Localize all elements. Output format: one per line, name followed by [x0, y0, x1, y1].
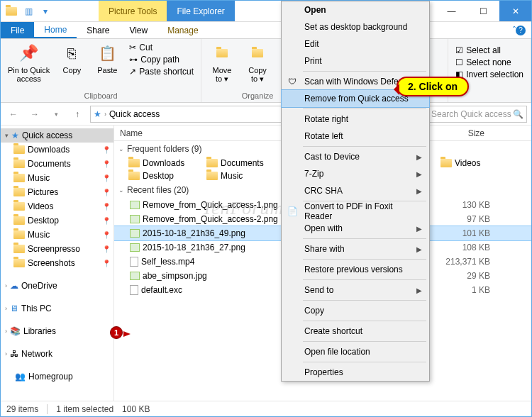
network-icon: 🖧 [10, 349, 18, 359]
sidebar-item[interactable]: Videos📍 [1, 199, 113, 213]
folder-icon [13, 202, 25, 211]
move-icon [211, 42, 233, 65]
folder-icon [13, 230, 25, 239]
pdf-icon: 📄 [286, 205, 299, 218]
pin-icon: 📍 [102, 146, 111, 154]
context-menu-item[interactable]: Send to▶ [282, 282, 429, 299]
maximize-button[interactable]: ☐ [467, 1, 499, 21]
context-menu-item[interactable]: Create shortcut [282, 323, 429, 340]
nav-onedrive[interactable]: ›☁OneDrive [1, 279, 113, 293]
select-all-icon: ☑ [455, 45, 463, 55]
tab-manage[interactable]: Manage [157, 22, 208, 38]
nav-this-pc[interactable]: ›🖥This PC [1, 301, 113, 316]
forward-button[interactable]: → [26, 106, 43, 123]
column-size[interactable]: Size [440, 128, 490, 138]
context-menu-item[interactable]: 📄Convert to PDF in Foxit Reader [282, 203, 429, 220]
copy-to-button[interactable]: Copy to ▾ [241, 40, 274, 84]
context-menu-item[interactable]: Copy [282, 302, 429, 319]
ribbon-collapse-button[interactable]: ˆ ? [507, 22, 531, 38]
status-selection: 1 item selected [56, 404, 113, 414]
context-menu-item[interactable]: Print [282, 52, 429, 70]
pin-icon: 📍 [102, 231, 111, 239]
context-menu-item[interactable]: Rotate right [282, 111, 429, 128]
back-button[interactable]: ← [5, 106, 22, 123]
sidebar-item[interactable]: Pictures📍 [1, 185, 113, 199]
nav-network[interactable]: ›🖧Network [1, 347, 113, 361]
paste-shortcut-button[interactable]: ↗Paste shortcut [126, 66, 196, 77]
folder-item[interactable]: Downloads [127, 157, 205, 169]
tab-share[interactable]: Share [77, 22, 119, 38]
folder-item[interactable]: Videos [439, 157, 517, 169]
qat-properties-icon[interactable]: ▥ [21, 4, 36, 19]
context-menu-item[interactable]: Open [282, 1, 429, 18]
context-menu-item[interactable]: Set as desktop background [282, 18, 429, 35]
pin-icon: 📍 [102, 260, 111, 267]
sidebar-item[interactable]: Screenshots📍 [1, 256, 113, 270]
copy-button[interactable]: ⎘ Copy [55, 40, 88, 76]
folder-item[interactable]: Documents [205, 157, 283, 169]
pc-icon: 🖥 [10, 304, 18, 313]
nav-libraries[interactable]: ›📚Libraries [1, 324, 113, 338]
context-menu-item[interactable]: Share with▶ [282, 240, 429, 257]
folder-item[interactable]: Music [205, 169, 283, 182]
quick-access-toolbar: ▥ ▾ [1, 1, 56, 21]
tab-file[interactable]: File [1, 22, 34, 38]
recent-locations-button[interactable]: ▾ [48, 106, 65, 123]
chevron-right-icon: ▶ [416, 225, 422, 233]
context-menu-item[interactable]: Restore previous versions [282, 261, 429, 278]
qat-new-folder-icon[interactable]: ▾ [38, 4, 53, 19]
address-bar-row: ← → ▾ ↑ ★ › Quick access ▾ ↻ Search Quic… [1, 103, 531, 126]
image-icon [130, 201, 140, 209]
libraries-icon: 📚 [10, 326, 21, 336]
sidebar-item[interactable]: Downloads📍 [1, 143, 113, 157]
folder-icon [13, 259, 25, 267]
shield-icon: 🛡 [286, 75, 299, 88]
star-icon: ★ [11, 130, 19, 140]
search-input[interactable]: Search Quick access 🔍 [428, 106, 527, 123]
context-menu-item[interactable]: Cast to Device▶ [282, 148, 429, 165]
move-to-button[interactable]: Move to ▾ [206, 40, 238, 84]
nav-homegroup[interactable]: 👥Homegroup [1, 369, 113, 384]
nav-quick-access[interactable]: ▾ ★ Quick access [1, 128, 113, 143]
context-menu-item[interactable]: Edit [282, 35, 429, 52]
scissors-icon: ✂ [129, 43, 136, 52]
folder-icon [440, 159, 452, 167]
minimize-button[interactable]: — [436, 1, 467, 21]
folder-item[interactable]: Desktop [127, 169, 205, 182]
up-button[interactable]: ↑ [69, 106, 86, 123]
context-menu-item[interactable]: CRC SHA▶ [282, 182, 429, 199]
folder-icon [128, 172, 140, 180]
sidebar-item[interactable]: Screenpresso📍 [1, 242, 113, 256]
sidebar-item[interactable]: Music📍 [1, 228, 113, 242]
chevron-right-icon: ▶ [416, 287, 422, 294]
sidebar-item[interactable]: Desktop📍 [1, 213, 113, 228]
breadcrumb[interactable]: Quick access [109, 109, 160, 119]
close-button[interactable]: ✕ [499, 1, 531, 21]
copy-path-button[interactable]: ⊶Copy path [126, 54, 196, 65]
cut-button[interactable]: ✂Cut [126, 42, 196, 53]
image-icon [130, 215, 140, 223]
tab-view[interactable]: View [119, 22, 157, 38]
qat-folder-icon[interactable] [4, 4, 19, 19]
select-none-button[interactable]: ☐Select none [453, 57, 526, 68]
context-menu-item[interactable]: 7-Zip▶ [282, 165, 429, 182]
sidebar-item[interactable]: Music📍 [1, 171, 113, 185]
chevron-right-icon: ▶ [416, 170, 422, 178]
context-menu-item[interactable]: Open file location [282, 343, 429, 360]
tab-home[interactable]: Home [34, 22, 77, 38]
pin-icon: 📍 [102, 174, 111, 182]
star-icon: ★ [94, 109, 101, 119]
group-label-clipboard: Clipboard [5, 91, 196, 101]
chevron-right-icon: ▶ [416, 245, 422, 253]
column-name[interactable]: Name [114, 128, 284, 138]
pin-to-quick-access-button[interactable]: 📌 Pin to Quick access [5, 40, 52, 84]
select-all-button[interactable]: ☑Select all [453, 45, 526, 56]
paste-button[interactable]: 📋 Paste [91, 40, 123, 76]
search-icon: 🔍 [513, 109, 523, 119]
context-menu-item[interactable]: Rotate left [282, 128, 429, 145]
context-menu-item[interactable]: Properties [282, 364, 429, 381]
file-icon [130, 257, 138, 267]
pin-icon: 📍 [102, 160, 111, 168]
context-menu-item[interactable]: Open with▶ [282, 220, 429, 237]
sidebar-item[interactable]: Documents📍 [1, 157, 113, 171]
